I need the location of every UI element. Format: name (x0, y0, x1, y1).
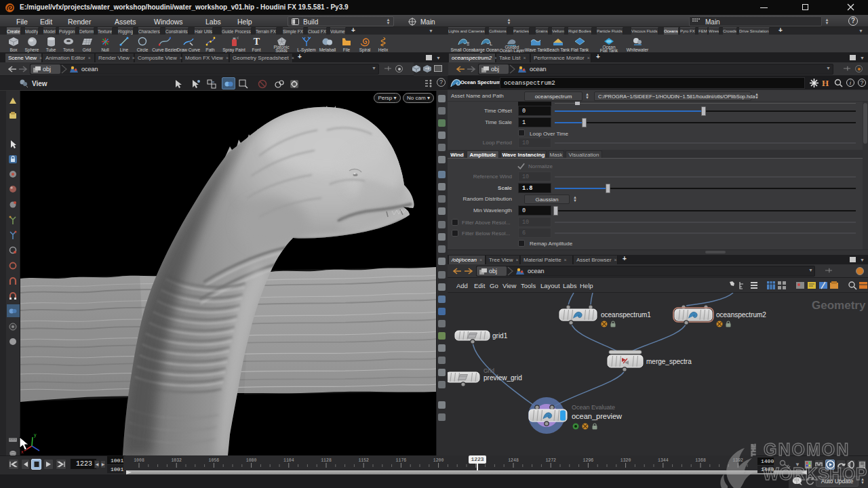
svg-text:1128: 1128 (321, 458, 332, 463)
svg-text:S: S (467, 41, 469, 46)
svg-text:1032: 1032 (171, 458, 182, 463)
svg-text:1344: 1344 (658, 458, 669, 463)
svg-text:1392: 1392 (732, 458, 743, 463)
svg-text:1248: 1248 (508, 458, 519, 463)
svg-text:1176: 1176 (396, 458, 407, 463)
svg-text:1080: 1080 (246, 458, 257, 463)
svg-text:1200: 1200 (433, 458, 444, 463)
svg-text:1152: 1152 (358, 458, 369, 463)
svg-text:L: L (490, 41, 492, 46)
svg-text:T: T (253, 37, 260, 46)
svg-text:1104: 1104 (283, 458, 294, 463)
svg-text:1008: 1008 (134, 458, 144, 463)
svg-text:1056: 1056 (209, 458, 220, 463)
svg-text:y: y (34, 432, 37, 438)
svg-text:1368: 1368 (695, 458, 706, 463)
svg-text:1296: 1296 (583, 458, 594, 463)
svg-text:1320: 1320 (620, 458, 631, 463)
svg-text:1272: 1272 (545, 458, 556, 463)
